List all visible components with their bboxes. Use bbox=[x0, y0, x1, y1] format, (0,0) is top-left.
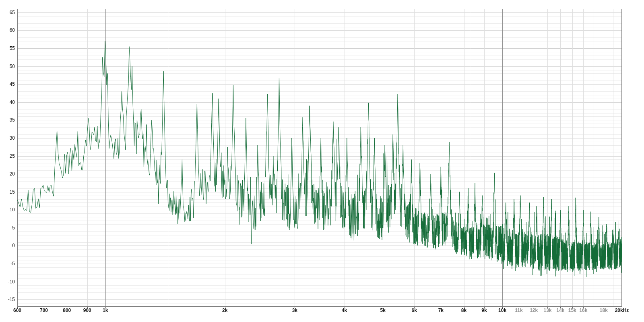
y-tick-label: 50 bbox=[0, 64, 15, 69]
y-tick-label: 30 bbox=[0, 135, 15, 141]
y-tick-label: 10 bbox=[0, 207, 15, 213]
x-tick-label: 5k bbox=[380, 308, 386, 313]
spectrum-plot-canvas bbox=[0, 0, 644, 322]
x-tick-label: 18k bbox=[600, 308, 608, 313]
x-tick-label: 14k bbox=[556, 308, 564, 313]
x-tick-label: 7k bbox=[438, 308, 444, 313]
x-tick-label: 3k bbox=[292, 308, 297, 313]
y-tick-label: 0 bbox=[0, 243, 15, 248]
y-tick-label: 5 bbox=[0, 225, 15, 231]
x-tick-label: 10k bbox=[498, 308, 506, 313]
x-tick-label: 9k bbox=[481, 308, 487, 313]
y-tick-label: 40 bbox=[0, 99, 15, 105]
x-tick-label: 20kHz bbox=[615, 308, 629, 313]
x-tick-label: 4k bbox=[342, 308, 347, 313]
y-tick-label: -10 bbox=[0, 279, 15, 285]
y-tick-label: -5 bbox=[0, 261, 15, 266]
x-tick-label: 6k bbox=[412, 308, 417, 313]
x-tick-label: 900 bbox=[83, 308, 91, 313]
x-tick-label: 16k bbox=[579, 308, 587, 313]
spectrum-analyzer-chart: SPL MidUpper midPresenceBrilliance 65605… bbox=[0, 0, 644, 322]
x-tick-label: 13k bbox=[543, 308, 551, 313]
x-tick-label: 15k bbox=[568, 308, 576, 313]
y-tick-label: -15 bbox=[0, 297, 15, 302]
y-tick-label: 15 bbox=[0, 189, 15, 195]
y-tick-label: 25 bbox=[0, 153, 15, 159]
x-tick-label: 600 bbox=[13, 308, 21, 313]
y-tick-label: 35 bbox=[0, 117, 15, 123]
y-tick-label: 60 bbox=[0, 27, 15, 33]
y-tick-label: 20 bbox=[0, 171, 15, 177]
y-tick-label: 65 bbox=[0, 10, 15, 15]
x-tick-label: 2k bbox=[222, 308, 227, 313]
x-tick-label: 11k bbox=[515, 308, 522, 313]
y-tick-label: 45 bbox=[0, 81, 15, 87]
x-tick-label: 1k bbox=[103, 308, 108, 313]
x-tick-label: 700 bbox=[40, 308, 48, 313]
x-tick-label: 8k bbox=[461, 308, 466, 313]
y-tick-label: 55 bbox=[0, 45, 15, 51]
x-tick-label: 12k bbox=[530, 308, 538, 313]
x-tick-label: 800 bbox=[63, 308, 71, 313]
